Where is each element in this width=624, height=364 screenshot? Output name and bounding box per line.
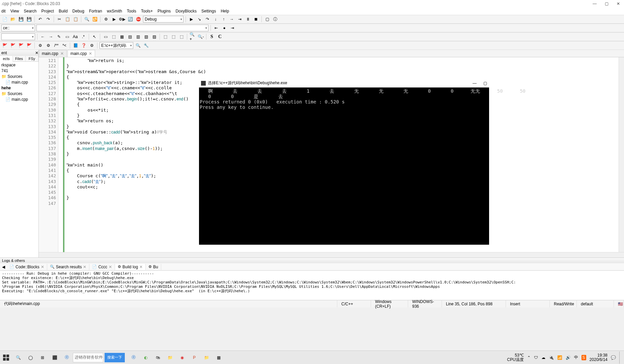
tree-node[interactable]: main.cpp <box>1 97 37 102</box>
close-tab-icon[interactable]: ✕ <box>60 51 64 56</box>
debug-step-into-icon[interactable]: ↓ <box>212 16 219 23</box>
paste-icon[interactable]: 📋 <box>72 16 79 23</box>
menu-item[interactable]: Search <box>24 9 36 13</box>
ie-icon[interactable]: ⓔ <box>61 352 73 364</box>
menu-item[interactable]: Fortran <box>89 9 102 13</box>
close-icon[interactable]: ✕ <box>41 265 44 269</box>
tree-node[interactable]: Sources <box>1 74 37 80</box>
build-icon[interactable]: ⚙ <box>103 16 109 23</box>
block5-icon[interactable]: ▥ <box>135 33 141 40</box>
cpu-temp[interactable]: 53℃ CPU温度 <box>507 353 523 362</box>
logs-body[interactable]: ---------- Run: Debug in hehe (compiler:… <box>0 271 624 294</box>
vscroll[interactable] <box>619 57 624 252</box>
redo-icon[interactable]: ↷ <box>45 16 52 23</box>
regex-icon[interactable]: .* <box>80 33 87 40</box>
source-icon[interactable]: S <box>208 33 215 40</box>
minimize-icon[interactable]: — <box>473 81 477 86</box>
desktop-peek[interactable] <box>619 352 621 364</box>
fold-column[interactable] <box>58 57 63 252</box>
doxy1-icon[interactable]: ⚙ <box>37 42 44 49</box>
tree-node[interactable]: Sources <box>1 91 37 97</box>
log-tab[interactable]: ⚙ Build log ✕ <box>115 264 146 270</box>
match-case-icon[interactable]: Aa <box>72 33 79 40</box>
options-icon[interactable]: 🔧 <box>143 42 149 49</box>
panel-close-icon[interactable]: ✕ <box>35 51 38 55</box>
zoomin-icon[interactable]: 🔍+ <box>189 33 196 40</box>
debug-step-out-icon[interactable]: ↑ <box>220 16 227 23</box>
build-target-select[interactable]: Debug <box>143 16 183 23</box>
power-icon[interactable]: 🔌 <box>549 355 554 360</box>
doxy5-icon[interactable]: ⚙ <box>88 42 95 49</box>
close-icon[interactable]: ✕ <box>139 265 143 269</box>
close-icon[interactable]: ✕ <box>83 265 86 269</box>
block4-icon[interactable]: ▤ <box>126 33 133 40</box>
debug-windows-icon[interactable]: ▢ <box>264 16 271 23</box>
close-tab-icon[interactable]: ✕ <box>89 51 92 56</box>
volume-icon[interactable]: 🔊 <box>566 355 571 360</box>
debug-next-instr-icon[interactable]: → <box>228 16 235 23</box>
debug-run-to-cursor-icon[interactable]: ↘ <box>196 16 203 23</box>
menu-item[interactable]: Debug <box>73 9 84 13</box>
console-output[interactable]: 啊 去 去 去 1 去 无 无 无 0 0 无无 50 50 0 0 是 去 P… <box>199 88 489 111</box>
sogou-icon[interactable]: S <box>582 355 586 360</box>
tab-projects[interactable]: ects <box>0 56 13 62</box>
doxy3-icon[interactable]: 📘 <box>72 42 79 49</box>
stop-icon[interactable]: ⛔ <box>135 16 142 23</box>
console-titlebar[interactable]: 选择E:\c++源代码\hehe\bin\Debug\hehe.exe — ▢ <box>199 79 489 88</box>
project-tree[interactable]: rkspace741Sourcesmain.cppheheSourcesmain… <box>0 62 38 103</box>
tab-files[interactable]: Files <box>13 56 26 61</box>
new-file-icon[interactable]: 📄 <box>1 16 8 23</box>
bookmark-clear-icon[interactable]: 🚩 <box>26 42 32 49</box>
nav-back-icon[interactable]: ← <box>39 33 46 40</box>
menu-item[interactable]: Tools+ <box>141 9 153 13</box>
log-tab[interactable]: 📄 Cccc ✕ <box>89 264 115 270</box>
block3-icon[interactable]: ▦ <box>118 33 125 40</box>
undo-icon[interactable]: ↶ <box>37 16 44 23</box>
bookmark-prev-icon[interactable]: 🚩 <box>9 42 16 49</box>
menu-item[interactable]: Help <box>221 9 229 13</box>
highlight-icon[interactable]: ✎ <box>56 33 62 40</box>
select-icon[interactable]: ▭ <box>64 33 70 40</box>
tree-node[interactable]: hehe <box>1 85 37 91</box>
network-icon[interactable]: 📶 <box>557 355 562 360</box>
edit-select[interactable] <box>1 33 35 40</box>
security-icon[interactable]: 🛡 <box>534 355 538 360</box>
debug-step-instr-icon[interactable]: ⇥ <box>236 16 243 23</box>
menu-item[interactable]: dit <box>1 9 6 13</box>
symbol-select[interactable] <box>36 25 208 31</box>
info-icon[interactable]: ⓘ <box>272 16 279 23</box>
explorer-icon[interactable]: 📁 <box>164 352 176 364</box>
doxy2-icon[interactable]: ⚙ <box>45 42 52 49</box>
block1-icon[interactable]: ▭ <box>102 33 109 40</box>
maximize-icon[interactable]: ▢ <box>605 1 608 6</box>
log-tab[interactable]: 🔍 Search results ✕ <box>47 264 90 270</box>
jump-forward-icon[interactable]: ⇥ <box>229 25 236 31</box>
log-tab[interactable]: 📄 Code::Blocks ✕ <box>7 264 47 270</box>
block7-icon[interactable]: ▨ <box>151 33 158 40</box>
notifications-icon[interactable]: 💬 <box>611 355 616 360</box>
save-icon[interactable]: 💾 <box>18 16 24 23</box>
taskbar-searchbox[interactable]: 进销存财务软件 <box>73 353 103 362</box>
tree-node[interactable]: rkspace <box>1 62 37 68</box>
comment-line-icon[interactable]: *< <box>61 42 68 49</box>
menu-item[interactable]: Build <box>59 9 68 13</box>
app-icon[interactable]: ⬛ <box>49 352 61 364</box>
store-icon[interactable]: 🛍 <box>152 352 164 364</box>
block6-icon[interactable]: ▧ <box>143 33 149 40</box>
debug-next-line-icon[interactable]: ↷ <box>204 16 211 23</box>
menu-item[interactable]: Settings <box>201 9 216 13</box>
block10-icon[interactable]: ⬚ <box>178 33 185 40</box>
namespace-select[interactable]: ce:: <box>1 25 35 31</box>
block8-icon[interactable]: ⬚ <box>162 33 169 40</box>
codeblocks-icon[interactable]: ▦ <box>212 352 225 364</box>
folder-icon[interactable]: 📁 <box>200 352 212 364</box>
tab-fsystem[interactable]: FSy <box>26 56 38 61</box>
search-icon[interactable]: 🔍 <box>12 352 24 364</box>
buildrun-icon[interactable]: ⚙▶ <box>119 16 125 23</box>
sb-flag-icon[interactable]: 🇺🇸 <box>614 300 624 307</box>
editor-tab[interactable]: main.cpp✕ <box>39 50 67 57</box>
browser-icon[interactable]: ◐ <box>140 352 152 364</box>
edge-icon[interactable]: ⓔ <box>127 352 140 364</box>
menu-item[interactable]: Project <box>41 9 54 13</box>
nav-forward-icon[interactable]: → <box>48 33 54 40</box>
